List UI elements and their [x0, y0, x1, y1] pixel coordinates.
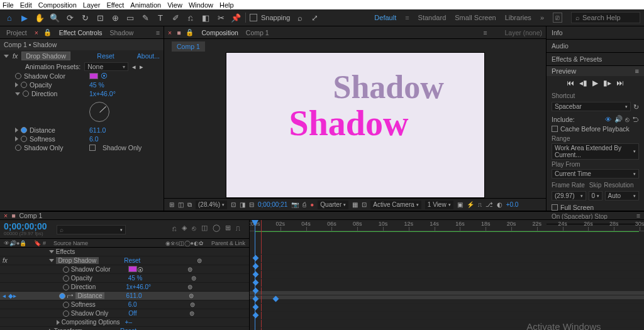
viewer-mask-icon[interactable]: ◫	[178, 201, 184, 208]
timeline-tab-label[interactable]: Comp 1	[19, 212, 42, 219]
include-audio-icon[interactable]: 🔊	[614, 115, 623, 123]
show-snapshot-icon[interactable]: ⎙	[303, 201, 306, 208]
parent-pickwhip-icon[interactable]: ⊚	[189, 292, 194, 299]
effect-controls-tab[interactable]: Effect Controls	[57, 29, 105, 36]
workspace-small[interactable]: Small Screen	[455, 14, 496, 21]
parent-pickwhip-icon[interactable]: ⊚	[187, 266, 192, 273]
workspace-menu-icon[interactable]: ≡	[405, 14, 409, 21]
shortcut-reset-icon[interactable]: ↻	[633, 103, 639, 111]
tl-distance[interactable]: Distance	[75, 292, 105, 299]
framerate-dropdown[interactable]: (29.97)	[552, 191, 586, 201]
help-search-input[interactable]: ⌕ Search Help	[571, 12, 640, 23]
tl-reset[interactable]: Reset	[124, 257, 140, 264]
project-tab-close-icon[interactable]: ×	[35, 29, 38, 36]
resolution-dropdown[interactable]: Quarter	[318, 201, 348, 209]
pan-behind-tool-icon[interactable]: ⊕	[109, 12, 121, 23]
stopwatch-icon[interactable]	[63, 284, 69, 290]
include-overlays-icon[interactable]: ⎋	[625, 116, 630, 123]
cache-checkbox[interactable]	[552, 126, 558, 132]
project-tab[interactable]: Project	[4, 29, 30, 36]
resolution-dropdown[interactable]: Auto	[605, 191, 640, 201]
viewer-grid-icon[interactable]: ⊞	[169, 201, 174, 208]
softness-value[interactable]: 6.0	[89, 135, 99, 143]
prev-kf-icon[interactable]: ◂	[0, 292, 8, 299]
tl-effects-label[interactable]: Effects	[56, 248, 75, 255]
brain-icon[interactable]: ⎍	[236, 224, 240, 232]
stopwatch-icon[interactable]	[63, 311, 69, 317]
menu-view[interactable]: View	[167, 1, 182, 9]
parent-pickwhip-icon[interactable]: ⊚	[191, 275, 196, 282]
timeline-graph-area[interactable]: :00s02s04s06s08s10s12s14s16s18s20s22s24s…	[250, 220, 644, 330]
first-frame-icon[interactable]: ⏮	[567, 79, 574, 87]
effect-disclosure-icon[interactable]	[4, 55, 9, 58]
prev-frame-icon[interactable]: ◂▮	[579, 79, 587, 87]
color-mgmt-icon[interactable]: ●	[310, 201, 314, 208]
disclosure-icon[interactable]	[57, 320, 60, 325]
shy-icon[interactable]: ⎋	[192, 224, 196, 232]
motion-blur-icon[interactable]: ◯	[213, 224, 220, 232]
work-area-start[interactable]	[261, 220, 262, 330]
source-name-column[interactable]: Source Name	[53, 240, 88, 246]
menu-help[interactable]: Help	[219, 1, 234, 9]
parent-pickwhip-icon[interactable]: ⊚	[197, 257, 202, 264]
fast-preview-icon[interactable]: ⚡	[467, 201, 474, 208]
parent-pickwhip-icon[interactable]: ⊚	[187, 283, 192, 290]
preset-prev-icon[interactable]: ◂	[132, 63, 136, 70]
preset-next-icon[interactable]: ▸	[140, 63, 143, 70]
panel-menu-icon[interactable]: ≡	[483, 29, 487, 36]
comp-tab-close-icon[interactable]: ×	[168, 29, 172, 36]
stopwatch-icon[interactable]	[63, 267, 69, 273]
lock-icon[interactable]: 🔒	[43, 28, 52, 36]
stopwatch-active-icon[interactable]	[59, 293, 65, 299]
tl-compositing-add[interactable]: +–	[125, 319, 132, 326]
stopwatch-icon[interactable]	[15, 73, 21, 79]
viewer-alpha-icon[interactable]: ⧉	[187, 201, 192, 209]
distance-disclosure-icon[interactable]	[15, 128, 18, 133]
effect-name[interactable]: Drop Shadow	[21, 52, 70, 60]
stopwatch-icon[interactable]	[63, 302, 69, 308]
brush-tool-icon[interactable]: ✐	[170, 12, 181, 23]
tl-opacity-val[interactable]: 45 %	[128, 275, 143, 282]
lock-icon[interactable]: 🔒	[186, 28, 194, 36]
zoom-tool-icon[interactable]: 🔍	[49, 12, 60, 23]
tl-direction-val[interactable]: 1x+46.0°	[126, 283, 151, 290]
snapping-checkbox[interactable]	[250, 14, 257, 21]
tl-drop-shadow[interactable]: Drop Shadow	[56, 257, 99, 264]
shadow-only-checkbox[interactable]	[89, 145, 96, 151]
tl-distance-val[interactable]: 611.0	[126, 292, 142, 299]
anim-presets-dropdown[interactable]: None	[84, 62, 128, 71]
home-icon[interactable]: ⌂	[4, 12, 15, 23]
stopwatch-icon[interactable]	[23, 91, 29, 97]
composition-tab-target[interactable]: Comp 1	[246, 29, 269, 36]
effect-about-link[interactable]: About...	[137, 52, 160, 60]
playhead[interactable]	[255, 220, 255, 330]
disclosure-icon[interactable]	[49, 259, 54, 262]
rect-tool-icon[interactable]: ▭	[125, 12, 136, 23]
timeline-tab-close-icon[interactable]: ×	[4, 212, 8, 219]
opacity-value[interactable]: 45 %	[89, 81, 104, 89]
viewer-guides-icon[interactable]: ⊟	[249, 201, 254, 208]
range-dropdown[interactable]: Work Area Extended By Current...	[552, 143, 639, 160]
parent-pickwhip-icon[interactable]: ⊚	[189, 310, 194, 317]
direction-value[interactable]: 1x+46.0°	[89, 90, 116, 97]
comp-mini-flowchart-icon[interactable]: ⎌	[172, 224, 177, 232]
menu-edit[interactable]: Edit	[20, 1, 32, 9]
panel-menu-icon[interactable]: ≡	[636, 212, 640, 219]
audio-panel-tab[interactable]: Audio	[547, 40, 644, 53]
pixel-aspect-icon[interactable]: ▣	[457, 201, 463, 208]
fullscreen-checkbox[interactable]	[552, 204, 558, 211]
include-video-icon[interactable]: 👁	[605, 116, 612, 123]
info-panel-tab[interactable]: Info	[547, 26, 644, 40]
comp-flowchart-tab[interactable]: Comp 1	[172, 41, 205, 52]
softness-disclosure-icon[interactable]	[15, 136, 18, 141]
eraser-tool-icon[interactable]: ◧	[200, 12, 211, 23]
tl-color-swatch[interactable]	[128, 266, 137, 272]
clone-tool-icon[interactable]: ⎌	[185, 12, 196, 23]
composition-tab-label[interactable]: Composition	[199, 29, 240, 36]
stopwatch-icon[interactable]	[15, 145, 21, 151]
roto-tool-icon[interactable]: ✂	[215, 12, 226, 23]
stopwatch-icon[interactable]	[21, 136, 27, 142]
zoom-dropdown[interactable]: (28.4%)	[196, 201, 227, 209]
menu-window[interactable]: Window	[189, 1, 213, 9]
snap-magnet-icon[interactable]: ⌕	[294, 12, 306, 23]
